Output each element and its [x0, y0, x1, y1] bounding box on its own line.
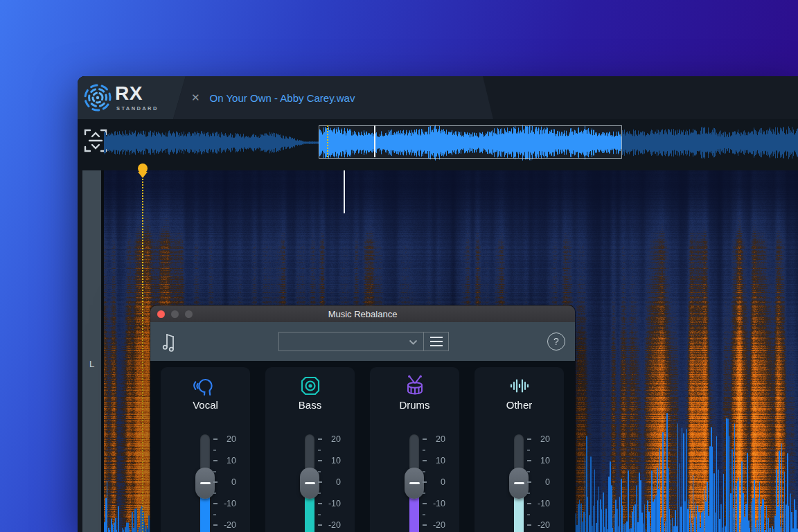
channel-card-drums: Drums 20100-10-20-30-40-50-Inf M S [370, 367, 459, 532]
waveform-overview[interactable] [78, 119, 798, 172]
fader-handle[interactable] [300, 468, 319, 499]
zoom-traffic-light[interactable] [185, 310, 193, 318]
channel-card-bass: Bass 20100-10-20-30-40-50-Inf M S [265, 367, 355, 532]
help-label: ? [553, 336, 559, 347]
scale-label: 10 [218, 455, 236, 466]
scale-minor-tick [318, 514, 321, 515]
fader-handle[interactable] [405, 468, 424, 499]
fader-scale: 20100-10-20-30-40-50-Inf [213, 434, 244, 532]
chevron-down-icon [409, 339, 418, 346]
channel-card-vocal: Vocal 20100-10-20-30-40-50-Inf M S [161, 367, 250, 532]
channel-left-label: L [82, 359, 101, 369]
scale-minor-tick [423, 471, 425, 472]
brand-edition: STANDARD [116, 105, 159, 112]
tab-close-icon[interactable]: ✕ [191, 91, 200, 104]
app-header: RX STANDARD ✕ On Your Own - Abby Carey.w… [78, 76, 798, 119]
scale-minor-tick [318, 450, 321, 451]
scale-minor-tick [527, 471, 530, 472]
channel-label: Bass [265, 399, 355, 411]
scale-label: -10 [218, 498, 236, 509]
scale-label: -10 [427, 498, 445, 509]
scale-minor-tick [423, 450, 425, 451]
scale-label: 20 [427, 434, 445, 445]
scale-label: -20 [531, 520, 550, 531]
scale-minor-tick [318, 471, 321, 472]
scale-label: 10 [322, 455, 341, 466]
rx-app-window: RX STANDARD ✕ On Your Own - Abby Carey.w… [78, 76, 798, 532]
channel-label: Other [475, 399, 564, 411]
music-rebalance-window: Music Rebalance [150, 305, 575, 532]
scale-minor-tick [527, 450, 530, 451]
screenshot-root: RX STANDARD ✕ On Your Own - Abby Carey.w… [0, 0, 798, 532]
close-traffic-light[interactable] [157, 310, 165, 318]
window-title: Music Rebalance [328, 309, 398, 319]
document-tab[interactable]: ✕ On Your Own - Abby Carey.wav [173, 76, 493, 119]
scale-label: 0 [218, 477, 236, 488]
channel-strip[interactable]: L [82, 170, 101, 532]
tab-filename: On Your Own - Abby Carey.wav [210, 92, 355, 104]
scale-minor-tick [213, 450, 216, 451]
scale-label: 0 [427, 477, 445, 488]
channel-strip-divider [101, 170, 104, 532]
scale-label: -20 [322, 520, 341, 531]
vocal-icon [193, 373, 218, 398]
playhead-line[interactable] [142, 170, 143, 532]
left-edge [78, 170, 82, 532]
module-toolbar: ? [150, 322, 575, 362]
overview-playhead[interactable] [327, 125, 328, 157]
scale-minor-tick [423, 514, 425, 515]
scale-minor-tick [318, 493, 321, 494]
overview-selection-box[interactable] [319, 125, 622, 159]
scale-minor-tick [527, 493, 530, 494]
channel-label: Vocal [161, 399, 250, 411]
scale-label: 0 [531, 477, 550, 488]
playhead-pin-tip [138, 172, 148, 178]
scale-label: -10 [322, 498, 341, 509]
editor-main: L Music Rebalance [78, 170, 798, 532]
scale-label: 20 [322, 434, 341, 445]
scale-minor-tick [423, 493, 425, 494]
rebalance-module-icon [160, 331, 181, 352]
scale-label: -10 [531, 498, 550, 509]
minimize-traffic-light[interactable] [171, 310, 179, 318]
scale-label: -20 [427, 520, 445, 531]
scale-label: 20 [531, 434, 550, 445]
fader-scale: 20100-10-20-30-40-50-Inf [423, 434, 453, 532]
window-titlebar[interactable]: Music Rebalance [150, 305, 575, 322]
scale-label: 10 [531, 455, 550, 466]
brand-name: RX [115, 82, 143, 105]
overview-cursor-line [374, 125, 375, 157]
scale-minor-tick [213, 493, 216, 494]
edit-cursor-line [344, 170, 345, 213]
scale-label: 0 [322, 477, 341, 488]
other-icon [507, 373, 532, 398]
scale-minor-tick [213, 471, 216, 472]
drums-icon [402, 373, 427, 398]
fader-scale: 20100-10-20-30-40-50-Inf [318, 434, 348, 532]
scale-label: 20 [218, 434, 236, 445]
channel-card-other: Other 20100-10-20-30-40-50-Inf M S [475, 367, 564, 532]
preset-dropdown[interactable] [278, 332, 424, 351]
bass-icon [298, 373, 323, 398]
fader-scale: 20100-10-20-30-40-50-Inf [527, 434, 558, 532]
preset-menu-button[interactable] [423, 332, 449, 351]
rebalance-body: Vocal 20100-10-20-30-40-50-Inf M S [150, 362, 575, 532]
scale-minor-tick [527, 514, 530, 515]
help-button[interactable]: ? [547, 332, 565, 351]
scale-label: 10 [427, 455, 445, 466]
scale-minor-tick [213, 514, 216, 515]
logo-block: RX STANDARD [78, 76, 188, 119]
fader-handle[interactable] [509, 468, 529, 499]
channel-label: Drums [370, 399, 459, 411]
scale-label: -20 [218, 520, 236, 531]
fader-handle[interactable] [195, 468, 215, 499]
rx-ripple-logo-icon [82, 82, 113, 113]
